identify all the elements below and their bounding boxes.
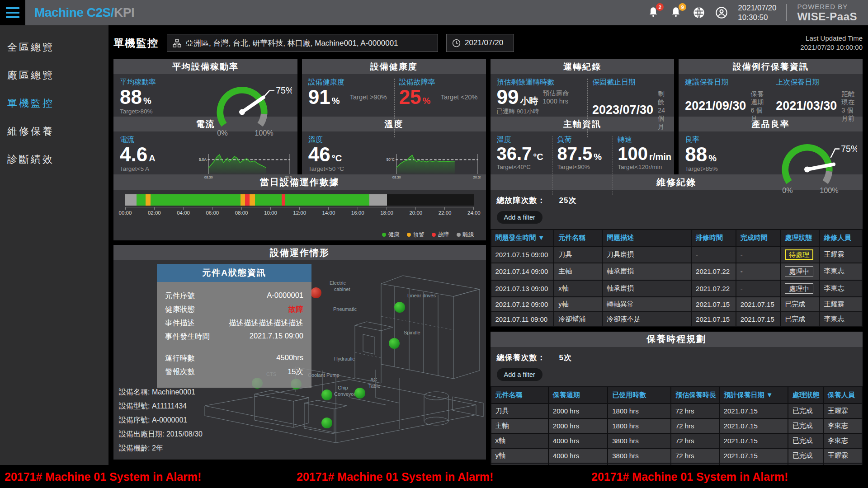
brand-name: WISE-PaaS [797, 10, 857, 23]
col-person[interactable]: 維修人員 [819, 230, 862, 246]
total-maintenance-label: 總保養次數： [497, 352, 546, 363]
svg-text:100%: 100% [820, 186, 839, 194]
topbar-actions: 2 9 2021/07/20 10:30:50 POWERED BY WISE-… [647, 3, 868, 23]
svg-text:08:30: 08:30 [204, 175, 212, 179]
repair-table: 問題發生時間 ▼ 元件名稱 問題描述 排修時間 完成時間 處理狀態 維修人員 2… [491, 229, 863, 327]
sidebar-item-factory-overview[interactable]: 廠區總覽 [0, 61, 108, 89]
yield-gauge: 75% 0% 100% [769, 134, 857, 197]
machine-part-label: Pneumatic [333, 306, 357, 312]
table-row[interactable]: 刀具2000 hrs1800 hrs72 hrs2021.07.15已完成王耀霖 [491, 404, 863, 418]
notification-badge: 2 [656, 3, 664, 11]
col-duration[interactable]: 預估保養時長 [671, 387, 719, 404]
alarm-message: 20171# Machine 01 System in Alarm! [591, 470, 788, 483]
health-status-value: 故障 [288, 305, 303, 314]
alert-bell-icon[interactable]: 9 [670, 6, 683, 19]
machine-part-label: Hydraulic [334, 356, 355, 361]
table-row[interactable]: 2021.07.15 09:00刀具刀具磨損--待處理王耀霖 [491, 246, 863, 263]
svg-text:75%: 75% [276, 85, 292, 95]
add-filter-button[interactable]: Add a filter [497, 211, 542, 224]
axis-tick: 10:00 [263, 210, 278, 216]
metric-value: 88 [120, 87, 142, 108]
current-sparkline: 5.0A 08:30 20:30 [196, 134, 292, 197]
machine-part-label: AC [370, 377, 377, 382]
col-cycle[interactable]: 保養週期 [548, 387, 608, 404]
card-title: 平均設備稼動率 [113, 59, 297, 74]
topbar-divider [786, 4, 787, 21]
timeline-bar [125, 194, 474, 206]
col-part[interactable]: 元件名稱 [554, 230, 602, 246]
sidebar-item-diagnostics[interactable]: 診斷績效 [0, 145, 108, 174]
col-part[interactable]: 元件名稱 [491, 387, 548, 404]
col-person[interactable]: 保養人員 [823, 387, 862, 404]
warranty-date-value: 2023/07/30 [592, 103, 653, 118]
machine-info-line: 設備型號: A11111434 [119, 399, 203, 413]
machine-breadcrumb-selector[interactable]: 亞洲區, 台灣, 台北, 研華科技, 林口廠, Machine001, A-00… [167, 34, 438, 52]
sidebar-item-region-overview[interactable]: 全區總覽 [0, 33, 108, 61]
app-logo: Machine C2S/KPI [34, 5, 134, 20]
col-issue-time[interactable]: 問題發生時間 ▼ [491, 230, 554, 246]
col-scheduled[interactable]: 排修時間 [691, 230, 736, 246]
utilization-gauge: 75% 0% 100% [204, 77, 292, 139]
machine-info-list: 設備名稱: Machine0001設備型號: A11111434設備序號: A-… [119, 385, 203, 455]
language-globe-icon[interactable] [693, 6, 705, 19]
component-status-dot[interactable] [389, 338, 400, 349]
legend-item: 故障 [432, 231, 449, 239]
system-clock: 2021/07/20 10:30:50 [738, 3, 776, 22]
sidebar-item-machine-monitoring[interactable]: 單機監控 [0, 89, 108, 117]
user-account-icon[interactable] [715, 6, 728, 19]
table-row[interactable]: 2021.07.13 09:00x軸軸承磨損2021.07.22-處理中李東志 [491, 280, 863, 297]
last-updated-value: 2021/07/20 10:00:00 [800, 43, 863, 52]
card-runtime: 運轉紀錄 預估剩餘運轉時數 99小時 預估壽命1000 hrs 已運轉 901小… [491, 59, 675, 141]
last-maintenance-date-value: 2021/03/30 [776, 99, 837, 114]
col-status[interactable]: 處理狀態 [788, 387, 823, 404]
timeline-legend: 健康預警故障離線 [382, 231, 474, 239]
col-planned-date[interactable]: 預計保養日期 ▼ [719, 387, 788, 404]
machine-info-line: 設備出廠日期: 2015/08/30 [119, 427, 203, 441]
date-picker[interactable]: 2021/07/20 [446, 34, 514, 52]
kpi-row-1: 平均設備稼動率 平均稼動率 88% Target>80% [113, 59, 863, 113]
col-issue-desc[interactable]: 問題描述 [602, 230, 691, 246]
legend-item: 預警 [407, 231, 425, 239]
alarm-ticker: 20171# Machine 01 System in Alarm! 20171… [0, 465, 868, 488]
table-row[interactable]: 2021.07.12 09:00y軸轉軸異常2021.07.152021.07.… [491, 297, 863, 312]
col-status[interactable]: 處理狀態 [780, 230, 819, 246]
current-value: 4.6 [120, 145, 147, 165]
legend-item: 健康 [382, 231, 400, 239]
remaining-hours-value: 99 [497, 87, 519, 108]
axis-tick: 04:00 [176, 210, 191, 216]
panel-title: 設備運作情形 [113, 245, 486, 260]
col-completed[interactable]: 完成時間 [736, 230, 781, 246]
table-row[interactable]: 主軸2000 hrs1800 hrs72 hrs2021.07.15已完成李東志 [491, 418, 863, 433]
machine-part-label: Chip [338, 385, 348, 390]
card-title: 設備例行保養資訊 [679, 59, 863, 74]
machine-part-label: cabinet [334, 286, 350, 292]
machine-info-line: 設備機齡: 2年 [119, 441, 203, 455]
hamburger-menu-button[interactable] [0, 0, 25, 25]
status-badge: 待處理 [785, 249, 813, 260]
alarm-message: 20171# Machine 01 System in Alarm! [297, 470, 493, 483]
svg-text:5.0A: 5.0A [199, 158, 207, 162]
notification-bell-icon[interactable]: 2 [647, 6, 660, 19]
table-row[interactable]: 2021.07.14 09:00主軸軸承磨損2021.07.22-處理中李東志 [491, 263, 863, 280]
sidebar-item-repair-maintenance[interactable]: 維修保養 [0, 117, 108, 145]
component-status-dot[interactable] [311, 287, 321, 298]
component-status-tooltip: 元件A狀態資訊 元件序號A-0000001 健康狀態故障 事件描述描述描述描述描… [157, 264, 311, 388]
add-filter-button[interactable]: Add a filter [497, 368, 542, 381]
component-status-dot[interactable] [354, 388, 365, 399]
col-used-hours[interactable]: 已使用時數 [608, 387, 671, 404]
table-row[interactable]: x軸4000 hrs3800 hrs72 hrs2021.07.15已完成李東志 [491, 433, 863, 448]
axis-tick: 20:00 [408, 210, 424, 216]
component-status-dot[interactable] [321, 389, 332, 400]
system-date: 2021/07/20 [738, 3, 776, 13]
table-row[interactable]: 2021.07.11 09:00冷卻幫浦冷卻液不足2021.07.152021.… [491, 312, 863, 327]
svg-text:50°C: 50°C [387, 158, 395, 162]
app-root: Machine C2S/KPI 2 9 2021/07/20 10:30:50 … [0, 0, 868, 488]
card-title: 運轉紀錄 [491, 59, 675, 74]
svg-text:20:30: 20:30 [285, 175, 292, 179]
failure-rate-value: 25 [399, 87, 421, 108]
axis-tick: 18:00 [379, 210, 395, 216]
component-status-dot[interactable] [394, 302, 405, 313]
top-bar: Machine C2S/KPI 2 9 2021/07/20 10:30:50 … [0, 0, 868, 25]
component-status-dot[interactable] [321, 418, 332, 428]
table-row[interactable]: y軸4000 hrs3800 hrs72 hrs2021.07.15已完成王耀霖 [491, 448, 863, 463]
